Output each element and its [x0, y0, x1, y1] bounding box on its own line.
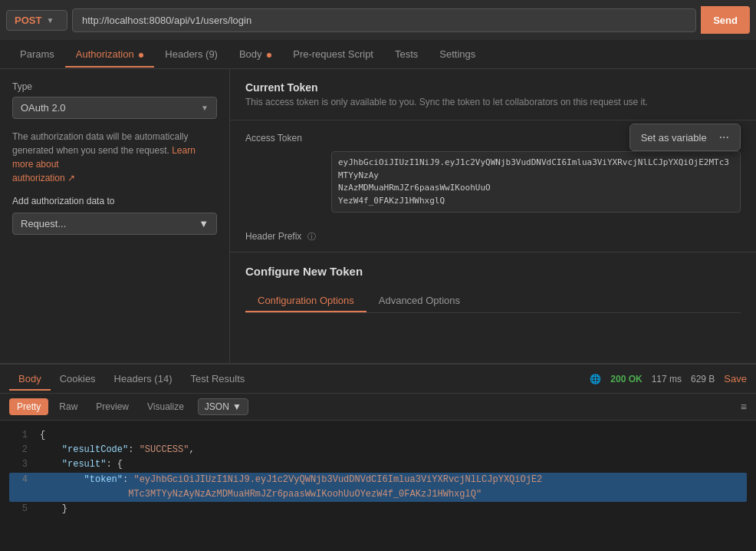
tab-pre-request[interactable]: Pre-request Script — [282, 41, 384, 68]
line-number: 5 — [12, 502, 28, 516]
method-chevron-icon: ▼ — [46, 16, 54, 25]
authorization-link[interactable]: authorization ↗ — [12, 173, 75, 183]
configure-token-title: Configure New Token — [245, 265, 741, 278]
response-status-bar: 🌐 200 OK 117 ms 629 B Save — [590, 373, 747, 384]
line-number: 4 — [12, 473, 28, 502]
tab-cookies[interactable]: Cookies — [51, 367, 105, 391]
token-value-area: Set as variable ··· eyJhbGciOiJIUzI1NiJ9… — [331, 130, 741, 213]
oauth-type-value: OAuth 2.0 — [21, 102, 66, 114]
line-content: "token": "eyJhbGciOiJIUzI1NiJ9.eyJ1c2VyQ… — [40, 473, 542, 502]
line-number: 2 — [12, 443, 28, 457]
sub-tab-advanced-options[interactable]: Advanced Options — [366, 289, 472, 312]
response-time: 117 ms — [652, 374, 682, 384]
line-content: } — [40, 502, 67, 516]
format-preview[interactable]: Preview — [88, 398, 136, 415]
auth-info-text-content: The authorization data will be automatic… — [12, 131, 188, 156]
format-bar: Pretty Raw Preview Visualize JSON ▼ ≡ — [0, 394, 756, 421]
code-line-2: 2 "resultCode": "SUCCESS", — [12, 443, 744, 457]
line-number: 1 — [12, 428, 28, 443]
format-raw[interactable]: Raw — [51, 398, 85, 415]
tab-test-results[interactable]: Test Results — [181, 367, 254, 391]
tab-params[interactable]: Params — [9, 41, 65, 68]
request-tab-bar: Params Authorization Headers (9) Body Pr… — [0, 40, 756, 69]
method-label: POST — [15, 15, 41, 26]
current-token-section: Current Token This access token is only … — [230, 69, 756, 120]
current-token-desc: This access token is only available to y… — [245, 97, 741, 107]
format-pretty[interactable]: Pretty — [9, 398, 48, 415]
send-button[interactable]: Send — [701, 6, 750, 34]
configure-token-section: Configure New Token Configuration Option… — [230, 252, 756, 325]
top-bar: POST ▼ Send — [0, 0, 756, 40]
line-content: { — [40, 428, 45, 443]
line-content: "result": { — [40, 457, 123, 472]
response-panel: Body Cookies Headers (14) Test Results 🌐… — [0, 363, 756, 551]
dots-menu-button[interactable]: ··· — [719, 130, 729, 144]
tab-response-body[interactable]: Body — [9, 367, 51, 391]
tab-tests[interactable]: Tests — [384, 41, 429, 68]
authorization-dot — [139, 53, 143, 58]
status-code: 200 OK — [610, 374, 642, 384]
header-prefix-label: Header Prefix ⓘ — [245, 231, 322, 243]
auth-info-text: The authorization data will be automatic… — [12, 130, 217, 185]
code-line-3: 3 "result": { — [12, 457, 744, 472]
access-token-row: Access Token Set as variable ··· eyJhbGc… — [230, 120, 756, 222]
context-menu: Set as variable ··· — [629, 124, 741, 151]
current-token-title: Current Token — [245, 81, 741, 94]
header-prefix-row: Header Prefix ⓘ — [230, 222, 756, 252]
save-response-button[interactable]: Save — [724, 373, 747, 384]
line-number: 3 — [12, 457, 28, 472]
tab-settings[interactable]: Settings — [429, 41, 486, 68]
access-token-label: Access Token — [245, 130, 322, 144]
set-as-variable-button[interactable]: Set as variable — [641, 132, 707, 144]
type-label: Type — [12, 81, 217, 92]
body-dot — [267, 53, 271, 58]
response-size: 629 B — [691, 374, 715, 384]
response-tab-bar: Body Cookies Headers (14) Test Results 🌐… — [0, 365, 756, 394]
wrap-lines-button[interactable]: ≡ — [741, 401, 747, 413]
code-line-1: 1 { — [12, 428, 744, 443]
response-code-area: 1 { 2 "resultCode": "SUCCESS", 3 "result… — [0, 421, 756, 551]
format-chevron-icon: ▼ — [232, 401, 242, 412]
tab-response-headers[interactable]: Headers (14) — [105, 367, 182, 391]
method-dropdown[interactable]: POST ▼ — [6, 10, 67, 31]
request-dropdown[interactable]: Request... ▼ — [12, 213, 217, 235]
info-icon: ⓘ — [307, 232, 316, 241]
sub-tab-config-options[interactable]: Configuration Options — [245, 289, 366, 312]
tab-authorization[interactable]: Authorization — [65, 41, 155, 68]
code-line-4: 4 "token": "eyJhbGciOiJIUzI1NiJ9.eyJ1c2V… — [9, 473, 747, 502]
oauth-type-select[interactable]: OAuth 2.0 ▼ — [12, 97, 217, 119]
code-line-5: 5 } — [12, 502, 744, 516]
format-select-value: JSON — [205, 401, 229, 412]
request-chevron-icon: ▼ — [199, 218, 209, 229]
request-btn-label: Request... — [21, 218, 66, 229]
token-text-value: eyJhbGciOiJIUzI1NiJ9.eyJ1c2VyQWNjb3VudDN… — [331, 151, 741, 213]
tab-body[interactable]: Body — [228, 41, 282, 68]
globe-icon: 🌐 — [590, 374, 601, 384]
add-auth-label: Add authorization data to — [12, 196, 217, 206]
configure-sub-tabs: Configuration Options Advanced Options — [245, 289, 741, 313]
url-input[interactable] — [72, 8, 696, 32]
line-content: "resultCode": "SUCCESS", — [40, 443, 195, 457]
format-select[interactable]: JSON ▼ — [198, 398, 248, 415]
oauth-chevron-icon: ▼ — [201, 104, 209, 112]
format-visualize[interactable]: Visualize — [140, 398, 192, 415]
tab-headers[interactable]: Headers (9) — [154, 41, 228, 68]
